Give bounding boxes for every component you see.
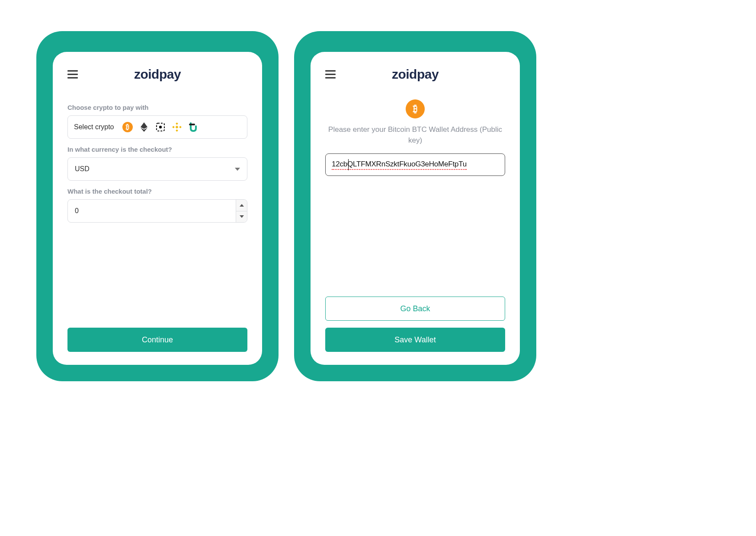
wallet-address-value: 12cbQLTFMXRnSzktFkuoG3eHoMeFtpTu (332, 160, 467, 170)
label-currency: In what currency is the checkout? (67, 146, 247, 153)
save-wallet-button[interactable]: Save Wallet (325, 328, 505, 352)
checkout-screen: zoidpay Choose crypto to pay with Select… (53, 52, 262, 365)
go-back-button-label: Go Back (400, 304, 430, 313)
bitcoin-icon: ₿ (122, 122, 133, 132)
svg-point-5 (159, 126, 162, 128)
total-input[interactable]: 0 (67, 199, 247, 223)
currency-value: USD (75, 165, 90, 173)
device-frame-checkout: zoidpay Choose crypto to pay with Select… (36, 31, 279, 381)
label-total: What is the checkout total? (67, 188, 247, 195)
menu-icon[interactable] (67, 70, 78, 79)
wallet-instruction: Please enter your Bitcoin BTC Wallet Add… (325, 124, 505, 146)
wallet-screen: zoidpay ₿ Please enter your Bitcoin BTC … (311, 52, 520, 365)
binance-icon (172, 122, 182, 132)
text-cursor-icon (348, 159, 349, 170)
ethereum-icon (139, 122, 149, 132)
svg-text:₿: ₿ (413, 104, 417, 114)
total-value: 0 (68, 200, 236, 222)
currency-select[interactable]: USD (67, 157, 247, 181)
wallet-address-input[interactable]: 12cbQLTFMXRnSzktFkuoG3eHoMeFtpTu (325, 153, 505, 176)
go-back-button[interactable]: Go Back (325, 297, 505, 321)
svg-rect-9 (179, 126, 182, 128)
svg-rect-8 (173, 126, 175, 128)
svg-rect-6 (176, 122, 179, 125)
save-wallet-button-label: Save Wallet (394, 335, 436, 345)
tomo-icon (188, 122, 199, 132)
continue-button-label: Continue (142, 335, 173, 345)
brand-logo: zoidpay (392, 67, 439, 82)
brand-logo: zoidpay (134, 67, 181, 82)
quant-icon (155, 122, 166, 132)
menu-icon[interactable] (325, 70, 336, 79)
svg-rect-7 (176, 129, 179, 132)
stepper-up[interactable] (236, 200, 247, 211)
svg-marker-2 (141, 122, 147, 129)
header: zoidpay (67, 65, 247, 84)
bitcoin-icon: ₿ (406, 99, 425, 118)
device-frame-wallet: zoidpay ₿ Please enter your Bitcoin BTC … (294, 31, 536, 381)
svg-text:₿: ₿ (125, 123, 129, 131)
stepper-down[interactable] (236, 211, 247, 223)
select-crypto-placeholder: Select crypto (74, 123, 114, 131)
svg-rect-10 (176, 125, 179, 128)
chevron-down-icon (235, 168, 240, 171)
header: zoidpay (325, 65, 505, 84)
number-spinner (236, 200, 247, 222)
continue-button[interactable]: Continue (67, 328, 247, 352)
label-choose-crypto: Choose crypto to pay with (67, 104, 247, 111)
select-crypto[interactable]: Select crypto ₿ (67, 115, 247, 139)
crypto-icon-row: ₿ (122, 122, 199, 132)
